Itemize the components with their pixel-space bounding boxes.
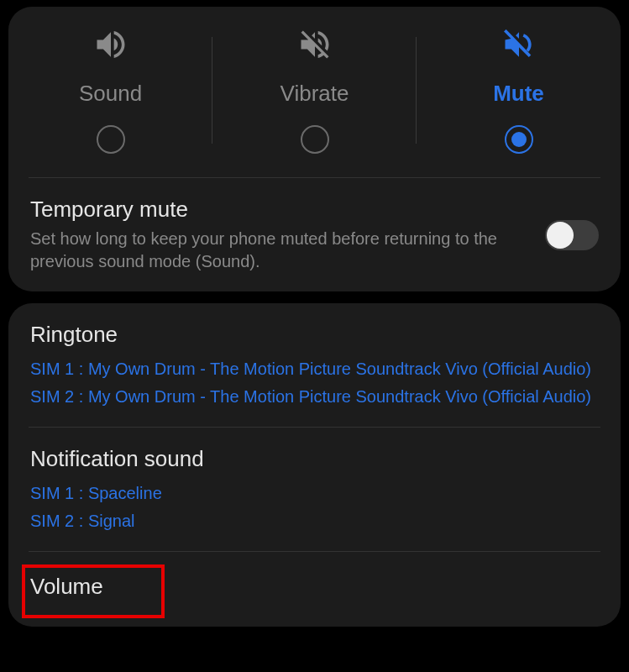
temporary-mute-text: Temporary mute Set how long to keep your… (30, 197, 528, 273)
mute-icon (501, 27, 537, 62)
mode-vibrate-radio[interactable] (301, 125, 329, 154)
vibrate-icon (296, 27, 333, 62)
temporary-mute-title: Temporary mute (30, 197, 528, 223)
mode-vibrate-label: Vibrate (280, 81, 349, 107)
sound-mode-row: Sound Vibrate Mute (8, 7, 621, 177)
temporary-mute-description: Set how long to keep your phone muted be… (30, 228, 528, 273)
sound-mode-card: Sound Vibrate Mute Temporary mute Set ho… (8, 7, 621, 291)
notification-sound-title: Notification sound (30, 446, 599, 472)
mode-sound-radio[interactable] (97, 125, 125, 154)
volume-row[interactable]: Volume (8, 552, 621, 622)
mode-vibrate[interactable]: Vibrate (212, 27, 417, 154)
speaker-icon (92, 27, 129, 62)
notification-sound-sim2: SIM 2 : Signal (30, 510, 599, 533)
mode-sound-label: Sound (79, 81, 142, 107)
mode-mute-radio[interactable] (505, 125, 533, 154)
ringtone-sim1: SIM 1 : My Own Drum - The Motion Picture… (30, 358, 599, 381)
mode-mute[interactable]: Mute (417, 27, 621, 154)
notification-sound-sim1: SIM 1 : Spaceline (30, 482, 599, 505)
ringtone-row[interactable]: Ringtone SIM 1 : My Own Drum - The Motio… (8, 303, 621, 427)
mode-sound[interactable]: Sound (8, 27, 212, 154)
sound-settings-card: Ringtone SIM 1 : My Own Drum - The Motio… (8, 303, 621, 627)
temporary-mute-toggle[interactable] (545, 220, 599, 250)
volume-title: Volume (30, 574, 103, 600)
mode-mute-label: Mute (493, 81, 544, 107)
notification-sound-row[interactable]: Notification sound SIM 1 : Spaceline SIM… (8, 428, 621, 551)
ringtone-sim2: SIM 2 : My Own Drum - The Motion Picture… (30, 386, 599, 408)
ringtone-title: Ringtone (30, 322, 599, 348)
toggle-knob (547, 222, 574, 249)
temporary-mute-row[interactable]: Temporary mute Set how long to keep your… (8, 178, 621, 291)
